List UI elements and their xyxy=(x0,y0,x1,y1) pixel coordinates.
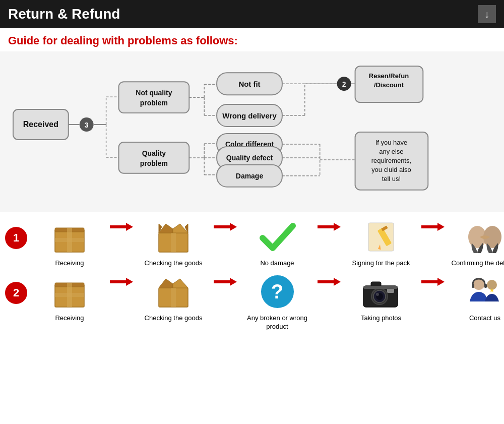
step-label-contact: Contact us xyxy=(469,314,500,323)
svg-text:Quality defect: Quality defect xyxy=(226,154,273,162)
svg-rect-10 xyxy=(119,82,190,113)
step-item-checking-1: Checking the goods xyxy=(133,217,214,268)
box-open-icon-1 xyxy=(151,217,196,257)
step-item-contact: Contact us xyxy=(445,272,504,323)
svg-text:Resen/Refun: Resen/Refun xyxy=(369,72,409,80)
svg-text:problem: problem xyxy=(140,159,168,167)
svg-point-93 xyxy=(376,293,379,296)
flowchart-svg: Received 3 Not quality problem Quality p… xyxy=(8,56,496,203)
guide-subtitle: Guide for dealing with problems as follo… xyxy=(0,28,504,51)
step-label-photos: Taking photos xyxy=(361,314,401,323)
svg-marker-97 xyxy=(421,278,445,286)
arrow-1-2 xyxy=(214,217,237,247)
svg-marker-84 xyxy=(159,279,173,288)
step-item-signing: Signing for the pack xyxy=(341,217,421,268)
step-item-checking-2: Checking the goods xyxy=(133,272,214,323)
step-num-1: 1 xyxy=(5,227,27,249)
arrow-1-3 xyxy=(318,217,341,247)
header: Return & Refund ↓ xyxy=(0,0,504,28)
step-label-broken: Any broken or wrong product xyxy=(237,314,318,331)
step-items-2: Receiving Checking the goods xyxy=(29,272,504,331)
step-num-2: 2 xyxy=(5,282,27,304)
svg-text:problem: problem xyxy=(140,99,168,107)
process-row-2: 2 Receiving xyxy=(5,272,499,331)
arrow-2-3 xyxy=(318,272,341,302)
received-label: Received xyxy=(23,120,58,129)
flowchart-section: Received 3 Not quality problem Quality p… xyxy=(0,51,504,212)
step-item-photos: Taking photos xyxy=(341,272,421,323)
step-label-signing: Signing for the pack xyxy=(352,259,410,268)
step-label-receiving-2: Receiving xyxy=(55,314,84,323)
step-label-checking-1: Checking the goods xyxy=(145,259,203,268)
svg-marker-69 xyxy=(214,223,237,231)
question-icon: ? xyxy=(255,272,300,312)
svg-text:If you have: If you have xyxy=(375,139,407,146)
svg-rect-96 xyxy=(363,286,398,289)
camera-icon xyxy=(358,272,404,312)
svg-marker-88 xyxy=(318,278,341,286)
step-items-1: Receiving xyxy=(29,217,504,268)
svg-text:Not fit: Not fit xyxy=(238,80,260,88)
step-label-receiving-1: Receiving xyxy=(55,259,84,268)
box-open-icon-2 xyxy=(151,272,196,312)
svg-rect-86 xyxy=(171,288,176,307)
svg-rect-68 xyxy=(171,233,176,252)
arrow-2-4 xyxy=(421,272,445,302)
box-closed-icon-1 xyxy=(47,217,92,257)
box-closed-icon-2 xyxy=(47,272,92,312)
arrow-1-4 xyxy=(421,217,445,247)
svg-text:2: 2 xyxy=(342,80,346,88)
step-item-broken: ? Any broken or wrong product xyxy=(237,272,318,331)
contact-icon xyxy=(462,272,504,312)
svg-text:you cluld also: you cluld also xyxy=(371,166,411,173)
svg-text:3: 3 xyxy=(85,121,89,129)
process-row-1: 1 Receiving xyxy=(5,217,499,268)
arrow-1-1 xyxy=(110,217,133,247)
header-arrow-icon: ↓ xyxy=(478,5,496,23)
step-item-confirming: Confirming the delivery xyxy=(445,217,504,268)
checkmark-icon xyxy=(255,217,300,257)
pencil-icon xyxy=(358,217,404,257)
svg-text:any else: any else xyxy=(379,148,403,155)
handshake-icon xyxy=(462,217,504,257)
svg-rect-61 xyxy=(55,238,84,242)
svg-rect-71 xyxy=(368,223,394,251)
svg-text:Quality: Quality xyxy=(142,149,166,157)
step-label-checking-2: Checking the goods xyxy=(145,314,203,323)
svg-rect-100 xyxy=(484,284,487,288)
arrow-2-1 xyxy=(110,272,133,302)
step-item-receiving-1: Receiving xyxy=(29,217,110,268)
process-section: 1 Receiving xyxy=(0,212,504,331)
svg-marker-75 xyxy=(421,223,445,231)
arrow-2-2 xyxy=(214,272,237,302)
svg-marker-85 xyxy=(173,279,188,288)
svg-marker-62 xyxy=(110,223,133,231)
svg-marker-87 xyxy=(214,278,237,286)
svg-text:Wrong delivery: Wrong delivery xyxy=(222,111,277,120)
step-item-nodamage: No damage xyxy=(237,217,318,268)
svg-text:/Discount: /Discount xyxy=(374,81,404,89)
svg-text:Damage: Damage xyxy=(236,172,264,180)
svg-text:tell us!: tell us! xyxy=(382,175,401,183)
svg-text:requirements,: requirements, xyxy=(371,157,411,164)
svg-marker-82 xyxy=(110,278,133,286)
header-title: Return & Refund xyxy=(8,6,120,22)
svg-marker-70 xyxy=(318,223,341,231)
step-label-nodamage: No damage xyxy=(260,259,294,268)
svg-text:Not quality: Not quality xyxy=(136,89,172,97)
svg-rect-13 xyxy=(119,142,190,173)
svg-rect-81 xyxy=(55,293,84,297)
svg-rect-99 xyxy=(472,284,474,288)
step-label-confirming: Confirming the delivery xyxy=(452,259,504,268)
step-item-receiving-2: Receiving xyxy=(29,272,110,323)
